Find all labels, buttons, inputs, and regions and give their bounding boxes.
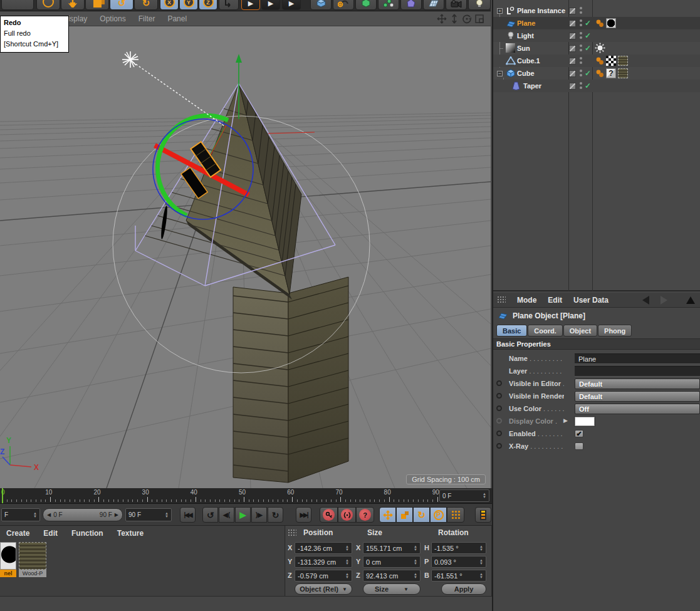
tab-phong[interactable]: Phong	[598, 325, 632, 337]
tab-coord[interactable]: Coord.	[528, 325, 562, 337]
object-row-sun[interactable]: Sun ✓	[493, 42, 700, 55]
spinner-arrows-icon[interactable]: ▲▼	[414, 559, 417, 565]
rot-p-field[interactable]: 0.093 °▲▼	[431, 556, 486, 568]
checker-tag-icon[interactable]	[606, 56, 616, 66]
add-deformer-button[interactable]	[400, 0, 422, 10]
menu-filter[interactable]: Filter	[138, 14, 155, 23]
lock-y-axis-button[interactable]: Y	[179, 0, 198, 10]
rotate-view-icon[interactable]	[462, 14, 472, 24]
keyframe-selection-button[interactable]: ?	[356, 507, 374, 523]
visible-editor-dropdown[interactable]: Default	[575, 379, 700, 389]
size-z-field[interactable]: 92.413 cm▲▼	[363, 570, 421, 582]
object-row-light[interactable]: Light ✓	[493, 29, 700, 42]
3d-viewport[interactable]: Y X Z Grid Spacing : 100 cm	[0, 26, 491, 488]
playhead-marker[interactable]	[2, 488, 3, 503]
object-row-plane[interactable]: Plane ✓	[493, 17, 700, 29]
range-right-arrow-icon[interactable]: ▶	[115, 512, 118, 518]
expand-plus-icon[interactable]: +	[497, 8, 503, 14]
object-row-plane-instance[interactable]: + Plane Instance	[493, 4, 700, 17]
menu-create[interactable]: Create	[6, 529, 29, 538]
use-color-dropdown[interactable]: Off	[575, 404, 700, 414]
material-item-wood[interactable]: Wood-P	[19, 542, 46, 577]
enabled-check-icon[interactable]: ✓	[585, 31, 591, 40]
enabled-check-icon[interactable]: ✓	[585, 69, 591, 78]
spinner-arrows-icon[interactable]: ▲▼	[479, 545, 483, 551]
layer-toggle[interactable]	[569, 45, 576, 52]
menu-mode[interactable]: Mode	[517, 296, 536, 305]
viewport-canvas[interactable]: Y X Z	[0, 26, 491, 488]
expand-arrow-icon[interactable]: ▶	[563, 417, 568, 424]
layer-toggle[interactable]	[569, 8, 576, 14]
question-tag-icon[interactable]: ?	[606, 68, 616, 78]
visibility-dots[interactable]	[580, 7, 582, 14]
sun-tag-icon[interactable]	[595, 43, 605, 53]
rot-b-field[interactable]: -61.551 °▲▼	[431, 570, 486, 582]
visibility-dots[interactable]	[580, 57, 582, 65]
material-tag-black-circle[interactable]	[606, 18, 616, 28]
lock-x-axis-button[interactable]: X	[160, 0, 179, 10]
render-settings-button[interactable]: ▶	[282, 0, 301, 10]
menu-options[interactable]: Options	[100, 14, 125, 23]
history-back-icon[interactable]	[642, 296, 649, 305]
enabled-checkbox-checked[interactable]: ✔	[575, 430, 583, 437]
key-scale-toggle[interactable]	[396, 507, 413, 523]
keyframe-dot-icon[interactable]	[496, 393, 502, 399]
visible-renderer-dropdown[interactable]: Default	[575, 391, 700, 402]
keyframe-dot-icon[interactable]	[496, 443, 502, 449]
visibility-dots[interactable]	[580, 70, 582, 77]
pos-z-field[interactable]: -0.579 cm▲▼	[295, 570, 352, 582]
enabled-check-icon[interactable]: ✓	[585, 44, 591, 53]
timeline-ruler[interactable]: 0102030405060708090 0 F ▲▼	[0, 488, 492, 504]
spinner-arrows-icon[interactable]: ▲▼	[479, 559, 483, 565]
coords-size-dropdown[interactable]: Size▼	[363, 583, 421, 595]
goto-end-button[interactable]: ▶▶|	[296, 507, 311, 523]
goto-start-button[interactable]: |◀◀	[180, 507, 196, 523]
layer-toggle[interactable]	[569, 70, 576, 77]
key-pla-toggle[interactable]	[447, 507, 464, 523]
rot-h-field[interactable]: -1.535 °▲▼	[431, 542, 486, 554]
layer-toggle[interactable]	[569, 20, 576, 27]
add-camera-button[interactable]	[446, 0, 467, 10]
spinner-arrows-icon[interactable]: ▲▼	[345, 559, 349, 565]
add-light-button[interactable]	[468, 0, 491, 10]
current-frame-field[interactable]: 0 F ▲▼	[439, 489, 489, 502]
rotate-tool-icon-active[interactable]: ↺	[110, 0, 133, 10]
spinner-arrows-icon[interactable]: ▲▼	[33, 512, 37, 518]
material-item-selected[interactable]: nel	[0, 542, 16, 577]
xray-checkbox-unchecked[interactable]	[575, 442, 583, 450]
enabled-check-icon[interactable]: ✓	[585, 81, 591, 90]
move-tool-icon[interactable]	[61, 0, 85, 10]
layer-toggle[interactable]	[569, 58, 576, 65]
phong-tag-icon[interactable]	[595, 69, 604, 78]
add-array-button[interactable]	[378, 0, 399, 10]
history-forward-icon[interactable]	[661, 296, 667, 305]
zoom-view-icon[interactable]	[449, 14, 459, 24]
object-row-cube[interactable]: − Cube ✓ ?	[493, 67, 700, 80]
goto-prev-key-button[interactable]: ↺	[202, 507, 218, 523]
visibility-dots[interactable]	[580, 82, 582, 90]
visibility-dots[interactable]	[580, 19, 582, 27]
pos-y-field[interactable]: -131.329 cm▲▼	[295, 556, 352, 568]
size-y-field[interactable]: 0 cm▲▼	[363, 556, 421, 568]
tab-object[interactable]: Object	[563, 325, 597, 337]
display-color-swatch[interactable]	[575, 417, 595, 426]
coords-mode-dropdown[interactable]: Object (Rel)▼	[295, 583, 352, 595]
size-x-field[interactable]: 155.171 cm▲▼	[363, 542, 421, 554]
preview-range-slider[interactable]: ◀ 0 F 90 F ▶	[43, 508, 123, 521]
object-row-cube1[interactable]: Cube.1	[493, 55, 700, 67]
wood-texture-tag[interactable]	[618, 56, 628, 66]
spinner-arrows-icon[interactable]: ▲▼	[345, 573, 349, 579]
last-tool-icon[interactable]: ↻	[134, 0, 158, 10]
add-floor-button[interactable]	[423, 0, 444, 10]
layer-input[interactable]	[575, 366, 700, 377]
visibility-dots[interactable]	[580, 32, 582, 39]
toolbar-blank-button[interactable]	[1, 0, 34, 10]
spinner-arrows-icon[interactable]: ▲▼	[345, 545, 349, 551]
phong-tag-icon[interactable]	[595, 56, 604, 65]
visibility-dots[interactable]	[580, 44, 582, 52]
timeline-window-button[interactable]	[475, 507, 491, 523]
record-keyframe-button[interactable]	[320, 507, 338, 523]
name-input[interactable]: Plane	[575, 353, 700, 364]
prev-frame-button[interactable]: ◀(	[219, 507, 234, 523]
play-button[interactable]: ▶	[235, 507, 251, 523]
